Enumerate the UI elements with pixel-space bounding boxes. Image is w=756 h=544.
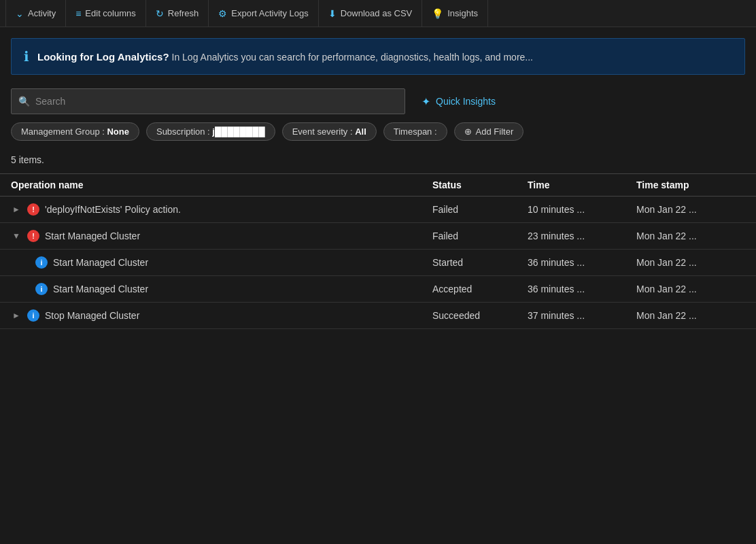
row-status: Accepted — [432, 284, 528, 294]
row-time: 36 minutes ... — [528, 257, 636, 268]
toolbar-download[interactable]: ⬇ Download as CSV — [319, 0, 423, 27]
toolbar: ⌄ Activity ≡ Edit columns ↻ Refresh ⚙ Ex… — [0, 0, 756, 27]
header-time: Time — [528, 180, 636, 190]
expand-icon[interactable]: ► — [11, 311, 22, 320]
search-input[interactable] — [35, 96, 398, 107]
filter-subscription[interactable]: Subscription : j████████ — [146, 122, 275, 141]
search-row: 🔍 ✦ Quick Insights — [0, 75, 756, 122]
refresh-icon: ↻ — [156, 8, 164, 19]
toolbar-export-label: Export Activity Logs — [231, 8, 308, 18]
toolbar-refresh[interactable]: ↻ Refresh — [146, 0, 209, 27]
toolbar-download-label: Download as CSV — [341, 8, 413, 18]
quick-insights-icon: ✦ — [422, 95, 430, 108]
filter-row: Management Group : None Subscription : j… — [0, 122, 756, 149]
row-operation-name: ► ! 'deployIfNotExists' Policy action. — [11, 203, 432, 216]
row-operation-name: i Start Managed Cluster — [11, 283, 432, 295]
chevron-down-icon: ⌄ — [16, 8, 24, 19]
columns-icon: ≡ — [75, 8, 81, 19]
row-timestamp: Mon Jan 22 ... — [636, 257, 745, 268]
row-status: Failed — [432, 204, 528, 215]
expand-icon[interactable]: ▼ — [11, 231, 22, 241]
info-banner: ℹ Looking for Log Analytics? In Log Anal… — [11, 38, 745, 75]
table-row[interactable]: i Start Managed Cluster Accepted 36 minu… — [0, 276, 756, 303]
row-timestamp: Mon Jan 22 ... — [636, 284, 745, 294]
row-timestamp: Mon Jan 22 ... — [636, 310, 745, 321]
header-operation-name: Operation name — [11, 180, 432, 190]
toolbar-edit-columns-label: Edit columns — [85, 8, 135, 18]
filter-event-severity[interactable]: Event severity : All — [282, 122, 377, 141]
table-row[interactable]: ▼ ! Start Managed Cluster Failed 23 minu… — [0, 223, 756, 250]
filter-management-group[interactable]: Management Group : None — [11, 122, 139, 141]
gear-icon: ⚙ — [218, 8, 227, 19]
filter-timespan[interactable]: Timespan : — [383, 122, 447, 141]
table-row[interactable]: ► ! 'deployIfNotExists' Policy action. F… — [0, 197, 756, 223]
add-filter-label: Add Filter — [476, 126, 514, 137]
info-icon: i — [27, 309, 39, 322]
row-time: 36 minutes ... — [528, 284, 636, 294]
toolbar-insights-label: Insights — [447, 8, 478, 18]
header-timestamp: Time stamp — [636, 180, 745, 190]
header-status: Status — [432, 180, 528, 190]
add-filter-button[interactable]: ⊕ Add Filter — [454, 122, 524, 141]
table-row[interactable]: i Start Managed Cluster Started 36 minut… — [0, 250, 756, 276]
row-time: 10 minutes ... — [528, 204, 636, 215]
row-timestamp: Mon Jan 22 ... — [636, 204, 745, 215]
search-icon: 🔍 — [18, 96, 30, 107]
toolbar-edit-columns[interactable]: ≡ Edit columns — [66, 0, 146, 27]
items-count: 5 items. — [0, 149, 756, 173]
toolbar-export[interactable]: ⚙ Export Activity Logs — [209, 0, 318, 27]
search-box[interactable]: 🔍 — [11, 88, 405, 114]
toolbar-insights[interactable]: 💡 Insights — [422, 0, 488, 27]
row-time: 37 minutes ... — [528, 310, 636, 321]
toolbar-activity[interactable]: ⌄ Activity — [5, 0, 66, 27]
toolbar-activity-label: Activity — [28, 8, 56, 18]
row-status: Failed — [432, 231, 528, 241]
info-icon: i — [35, 283, 48, 295]
table-header: Operation name Status Time Time stamp — [0, 173, 756, 197]
row-timestamp: Mon Jan 22 ... — [636, 231, 745, 241]
row-status: Started — [432, 257, 528, 268]
table-row[interactable]: ► i Stop Managed Cluster Succeeded 37 mi… — [0, 303, 756, 329]
info-icon: ℹ — [24, 48, 29, 65]
error-icon: ! — [27, 230, 39, 242]
quick-insights-label: Quick Insights — [436, 96, 496, 107]
row-operation-name: ► i Stop Managed Cluster — [11, 309, 432, 322]
quick-insights-button[interactable]: ✦ Quick Insights — [422, 95, 496, 108]
add-filter-icon: ⊕ — [464, 126, 472, 137]
expand-icon[interactable]: ► — [11, 205, 22, 214]
row-time: 23 minutes ... — [528, 231, 636, 241]
row-operation-name: i Start Managed Cluster — [11, 256, 432, 269]
banner-text: Looking for Log Analytics? In Log Analyt… — [37, 51, 533, 63]
download-icon: ⬇ — [328, 8, 337, 19]
row-operation-name: ▼ ! Start Managed Cluster — [11, 230, 432, 242]
activity-table: Operation name Status Time Time stamp ► … — [0, 173, 756, 329]
row-status: Succeeded — [432, 310, 528, 321]
bulb-icon: 💡 — [432, 8, 443, 19]
toolbar-refresh-label: Refresh — [168, 8, 199, 18]
info-icon: i — [35, 256, 48, 269]
error-icon: ! — [27, 203, 39, 216]
